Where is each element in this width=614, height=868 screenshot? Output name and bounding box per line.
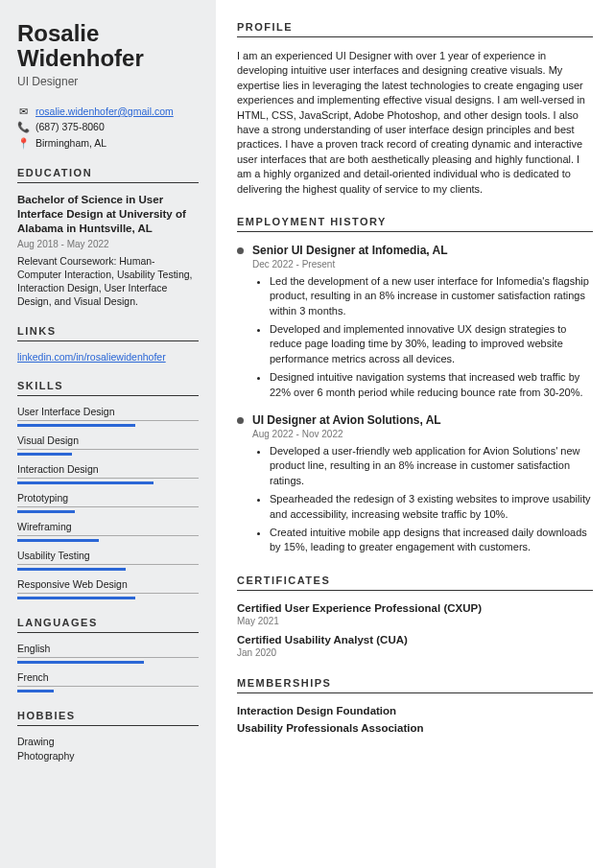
location-text: Birmingham, AL <box>35 137 106 149</box>
skill-name: Visual Design <box>17 434 199 450</box>
education-block: Bachelor of Science in User Interface De… <box>17 193 199 309</box>
memberships-heading: MEMBERSHIPS <box>237 677 593 693</box>
jobs-list: Senior UI Designer at Infomedia, ALDec 2… <box>237 244 593 555</box>
location-icon: 📍 <box>17 137 29 150</box>
job-item: Senior UI Designer at Infomedia, ALDec 2… <box>237 244 593 400</box>
skill-name: Usability Testing <box>17 550 199 565</box>
contact-phone: 📞 (687) 375-8060 <box>17 121 199 133</box>
links-heading: LINKS <box>17 325 199 341</box>
skill-item: Responsive Web Design <box>17 578 199 599</box>
contact-email: ✉ rosalie.widenhofer@gmail.com <box>17 106 199 117</box>
education-dates: Aug 2018 - May 2022 <box>17 239 199 249</box>
phone-text: (687) 375-8060 <box>35 121 105 132</box>
job-bullet: Created intuitive mobile app designs tha… <box>270 526 593 555</box>
language-item: English <box>17 643 199 664</box>
job-bullet: Spearheaded the redesign of 3 existing w… <box>270 492 593 522</box>
phone-icon: 📞 <box>17 121 29 133</box>
hobby-item: Drawing <box>17 736 199 747</box>
cert-item: Certified User Experience Professional (… <box>237 602 593 626</box>
skill-bar <box>17 597 199 599</box>
skills-list: User Interface DesignVisual DesignIntera… <box>17 406 199 599</box>
skill-name: Wireframing <box>17 521 199 536</box>
language-bar <box>17 661 199 664</box>
links-block: linkedin.com/in/rosaliewidenhofer <box>17 351 199 363</box>
skill-name: User Interface Design <box>17 406 199 421</box>
skill-name: Prototyping <box>17 492 199 507</box>
job-title: UI Designer at Avion Solutions, AL <box>252 413 593 427</box>
hobby-item: Photography <box>17 750 199 762</box>
skill-bar <box>17 568 199 571</box>
main-content: PROFILE I am an experienced UI Designer … <box>216 0 614 868</box>
language-item: French <box>17 671 199 692</box>
certificates-heading: CERTIFICATES <box>237 575 593 591</box>
contact-location: 📍 Birmingham, AL <box>17 137 199 150</box>
job-dates: Aug 2022 - Nov 2022 <box>252 429 593 439</box>
cert-date: Jan 2020 <box>237 647 593 658</box>
cert-title: Certified User Experience Professional (… <box>237 602 593 614</box>
language-name: English <box>17 643 199 658</box>
email-link[interactable]: rosalie.widenhofer@gmail.com <box>35 106 174 117</box>
hobbies-list: DrawingPhotography <box>17 736 199 762</box>
skill-item: Visual Design <box>17 434 199 456</box>
education-desc: Relevant Coursework: Human-Computer Inte… <box>17 254 199 309</box>
language-name: French <box>17 671 199 687</box>
job-bullets: Developed a user-friendly web applicatio… <box>252 444 593 555</box>
cert-item: Certified Usability Analyst (CUA)Jan 202… <box>237 634 593 658</box>
person-name: Rosalie Widenhofer <box>17 21 199 72</box>
members-list: Interaction Design FoundationUsability P… <box>237 705 593 734</box>
job-title: Senior UI Designer at Infomedia, AL <box>252 244 593 257</box>
skill-item: User Interface Design <box>17 406 199 427</box>
cert-date: May 2021 <box>237 616 593 626</box>
hobbies-heading: HOBBIES <box>17 710 199 726</box>
linkedin-link[interactable]: linkedin.com/in/rosaliewidenhofer <box>17 351 166 363</box>
employment-heading: EMPLOYMENT HISTORY <box>237 216 593 232</box>
skill-bar <box>17 510 199 513</box>
person-title: UI Designer <box>17 75 199 88</box>
language-bar <box>17 690 199 692</box>
job-bullet: Designed intuitive navigation systems th… <box>270 370 593 400</box>
skill-item: Usability Testing <box>17 550 199 571</box>
certs-list: Certified User Experience Professional (… <box>237 602 593 658</box>
job-item: UI Designer at Avion Solutions, ALAug 20… <box>237 413 593 555</box>
skills-heading: SKILLS <box>17 380 199 396</box>
cert-title: Certified Usability Analyst (CUA) <box>237 634 593 645</box>
job-bullet: Developed and implemented innovative UX … <box>270 322 593 366</box>
skill-bar <box>17 424 199 427</box>
job-dates: Dec 2022 - Present <box>252 259 593 270</box>
email-icon: ✉ <box>17 106 29 117</box>
education-heading: EDUCATION <box>17 167 199 183</box>
sidebar: Rosalie Widenhofer UI Designer ✉ rosalie… <box>0 0 216 868</box>
education-degree: Bachelor of Science in User Interface De… <box>17 193 199 236</box>
languages-list: EnglishFrench <box>17 643 199 692</box>
job-bullets: Led the development of a new user interf… <box>252 274 593 400</box>
contact-block: ✉ rosalie.widenhofer@gmail.com 📞 (687) 3… <box>17 106 199 150</box>
skill-name: Responsive Web Design <box>17 578 199 594</box>
profile-heading: PROFILE <box>237 21 593 37</box>
skill-bar <box>17 453 199 456</box>
profile-text: I am an experienced UI Designer with ove… <box>237 49 593 197</box>
skill-bar <box>17 539 199 542</box>
membership-item: Interaction Design Foundation <box>237 705 593 716</box>
skill-bar <box>17 481 199 484</box>
languages-heading: LANGUAGES <box>17 617 199 633</box>
skill-name: Interaction Design <box>17 463 199 479</box>
job-bullet: Led the development of a new user interf… <box>270 274 593 318</box>
job-bullet: Developed a user-friendly web applicatio… <box>270 444 593 488</box>
skill-item: Wireframing <box>17 521 199 542</box>
skill-item: Interaction Design <box>17 463 199 484</box>
skill-item: Prototyping <box>17 492 199 513</box>
membership-item: Usability Professionals Association <box>237 722 593 734</box>
